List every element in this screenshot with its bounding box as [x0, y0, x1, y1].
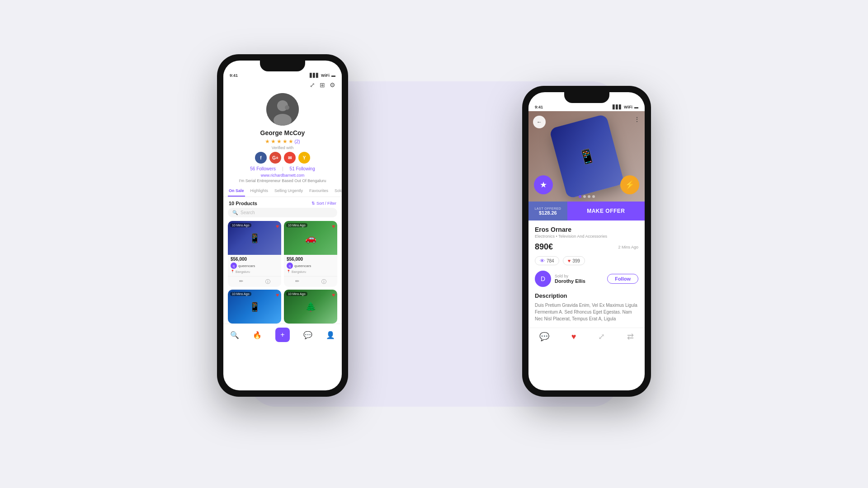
heart-badge-2[interactable]: ♥ [332, 223, 335, 230]
products-header: 10 Products ⇅ Sort / Filter [223, 197, 342, 208]
nav-profile[interactable]: 👤 [326, 331, 335, 339]
rating-stars: ★ ★ ★ ★ ★ (2) [223, 138, 342, 145]
settings-icon[interactable]: ⚙ [330, 81, 335, 89]
wifi-icon: WiFi [321, 73, 330, 78]
dot-1[interactable] [579, 195, 581, 198]
following-count[interactable]: 51 Following [290, 166, 315, 171]
product-detail-body: Eros Ornare Electronics • Television And… [528, 221, 645, 328]
dot-2[interactable] [583, 195, 586, 198]
followers-row: 56 Followers | 51 Following [223, 166, 342, 171]
star3: ★ [277, 138, 282, 145]
likes-count: 399 [572, 258, 580, 263]
tab-sold[interactable]: Sold [334, 187, 342, 197]
phone-emoji-1: 📱 [249, 233, 260, 244]
seller-name-main[interactable]: Dorothy Ellis [555, 278, 585, 284]
yellow-icon[interactable]: Y [298, 152, 310, 164]
last-offered-section: LAST OFFERED $128.26 [528, 202, 567, 221]
phone2-status-bar: 9:41 ▋▋▋ WiFi ▬ [528, 103, 645, 111]
compare-button[interactable]: ⇄ [627, 332, 634, 342]
phone1-screen: 9:41 ▋▋▋ WiFi ▬ ⤢ ⊞ ⚙ [223, 61, 342, 390]
sold-by-label: Sold by [555, 274, 585, 278]
nav-chat[interactable]: 💬 [303, 331, 312, 339]
share-button[interactable]: ⤢ [598, 332, 605, 342]
heart-badge-1[interactable]: ♥ [276, 223, 279, 230]
car-emoji: 🚗 [305, 233, 316, 244]
email-icon[interactable]: ✉ [284, 152, 296, 164]
chat-button[interactable]: 💬 [539, 332, 549, 342]
tab-selling-urgently[interactable]: Selling Urgently [274, 187, 304, 197]
product-card-1[interactable]: 📱 10 Mins Ago ♥ $56,000 q queencars 📍 [228, 221, 281, 287]
image-dots [579, 195, 595, 198]
heart-badge-4[interactable]: ♥ [332, 292, 335, 298]
nav-fire[interactable]: 🔥 [253, 331, 262, 339]
info-action-1[interactable]: ⓘ [265, 278, 270, 285]
search-bar[interactable]: 🔍 Search [228, 208, 337, 217]
product-location-1: 📍 Bangaluru [231, 270, 278, 273]
heart-badge-3[interactable]: ♥ [276, 292, 279, 298]
product-categories: Electronics • Television And Accessories [535, 234, 638, 239]
product-price-1: $56,000 [231, 257, 278, 262]
profile-avatar [266, 93, 299, 126]
seller-avatar-main: D [535, 271, 551, 287]
profile-tabs: On Sale Highlights Selling Urgently Favo… [223, 187, 342, 197]
seller-text-info: Sold by Dorothy Ellis [555, 274, 585, 284]
nav-search[interactable]: 🔍 [230, 331, 239, 339]
info-action-2[interactable]: ⓘ [321, 278, 326, 285]
bottom-nav: 🔍 🔥 + 💬 👤 [223, 324, 342, 344]
facebook-icon[interactable]: f [255, 152, 267, 164]
wishlist-badge[interactable]: ★ [534, 175, 553, 194]
seller-name-2: queencars [294, 264, 311, 268]
sort-filter-button[interactable]: ⇅ Sort / Filter [311, 201, 336, 206]
product-card-3[interactable]: 📱 10 Mins Ago ♥ [228, 290, 281, 324]
price-row: 890€ 2 Mins Ago [535, 242, 638, 252]
profile-website[interactable]: www.richardbarnett.com [223, 173, 342, 178]
time-badge-2: 10 Mins Ago [286, 223, 307, 227]
phone2-status-icons: ▋▋▋ WiFi ▬ [613, 105, 638, 109]
product-seller-1: q queencars [231, 263, 278, 269]
followers-count[interactable]: 56 Followers [250, 166, 276, 171]
tab-favourites[interactable]: Favourites [308, 187, 329, 197]
product-card-2[interactable]: 🚗 10 Mins Ago ♥ $56,000 q queencars 📍 [284, 221, 337, 287]
seller-avatar-sm-2: q [287, 263, 293, 269]
phone1-status-bar: 9:41 ▋▋▋ WiFi ▬ [223, 71, 342, 80]
product-name: Eros Ornare [535, 226, 638, 233]
last-offered-amount: $128.26 [539, 210, 557, 216]
stats-row: 👁 784 ♥ 399 [535, 256, 638, 265]
seller-row: D Sold by Dorothy Ellis Follow [535, 271, 638, 287]
dot-4[interactable] [592, 195, 595, 198]
product-actions-2: ✏ ⓘ [284, 276, 337, 287]
eye-icon: 👁 [540, 258, 545, 263]
share-icon[interactable]: ⤢ [310, 81, 315, 89]
lightning-badge[interactable]: ⚡ [620, 175, 639, 194]
hero-product-phone: 📱 [549, 114, 624, 199]
back-button[interactable]: ← [533, 116, 546, 128]
search-icon: 🔍 [232, 210, 238, 215]
views-count: 784 [547, 258, 554, 263]
more-options-button[interactable]: ⋮ [634, 116, 640, 123]
dot-3[interactable] [588, 195, 590, 198]
p2-wifi-icon: WiFi [624, 105, 632, 109]
product-location-2: 📍 Bangaluru [287, 270, 335, 273]
tab-highlights[interactable]: Highlights [250, 187, 269, 197]
seller-info: D Sold by Dorothy Ellis [535, 271, 585, 287]
tab-on-sale[interactable]: On Sale [228, 187, 245, 197]
qr-icon[interactable]: ⊞ [320, 81, 325, 89]
phone1-time: 9:41 [230, 73, 238, 78]
nav-add-button[interactable]: + [275, 328, 290, 342]
product-card-4[interactable]: 🌲 10 Mins Ago ♥ [284, 290, 337, 324]
phone1-notch [260, 61, 305, 71]
star5: ★ [288, 138, 293, 145]
verified-label: Verified with [223, 145, 342, 150]
make-offer-button[interactable]: MAKE OFFER [567, 202, 645, 221]
edit-action-1[interactable]: ✏ [239, 278, 243, 285]
phone2-screen: 9:41 ▋▋▋ WiFi ▬ 📱 ← ⋮ ★ ⚡ [528, 92, 645, 390]
heart-icon: ♥ [568, 258, 571, 263]
profile-header-icons: ⤢ ⊞ ⚙ [223, 80, 342, 90]
seller-avatar-sm-1: q [231, 263, 237, 269]
like-button[interactable]: ♥ [571, 332, 576, 342]
review-count: (2) [294, 139, 300, 144]
p2-battery-icon: ▬ [634, 105, 638, 109]
follow-button[interactable]: Follow [607, 274, 638, 284]
edit-action-2[interactable]: ✏ [295, 278, 299, 285]
google-plus-icon[interactable]: G+ [269, 152, 281, 164]
